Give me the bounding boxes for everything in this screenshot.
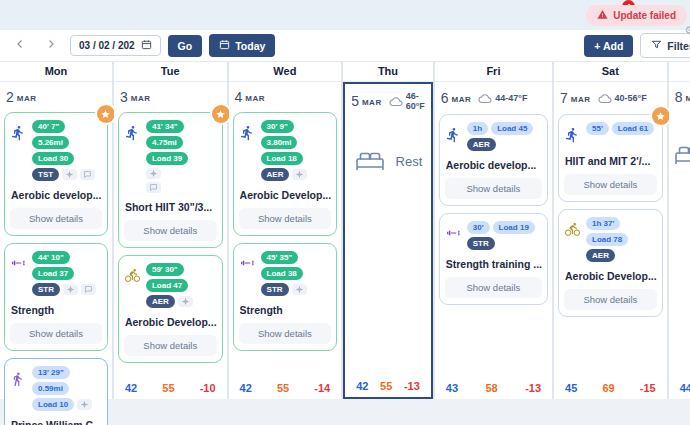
- run-icon: [10, 120, 28, 145]
- date-label: 6MAR44-47°F: [439, 85, 548, 114]
- workout-card[interactable]: 13' 29"0.59miLoad 10Prince William C...: [4, 358, 108, 425]
- show-details-button[interactable]: Show details: [10, 208, 102, 229]
- day-column-fri: 6MAR44-47°F1hLoad 45AERAerobic develop..…: [435, 82, 552, 399]
- workout-card[interactable]: 40' 7"5.26miLoad 30TSTAerobic develop...…: [4, 112, 108, 236]
- workout-card[interactable]: 30'Load 19STRStrength training ...Show d…: [439, 213, 548, 305]
- run-icon: [239, 120, 257, 145]
- topbar: 4 Update failed ⚙: [0, 0, 690, 30]
- card-header: 13' 29"0.59miLoad 10: [10, 366, 102, 411]
- chevron-left-icon: [14, 38, 26, 53]
- badge: 59' 30": [146, 263, 184, 276]
- sparkle-icon: [77, 399, 92, 410]
- show-details-button[interactable]: Show details: [239, 208, 332, 229]
- badge-list: 41' 34"4.75miLoad 39: [146, 120, 188, 193]
- summary-value: 43: [446, 382, 458, 394]
- badge: Load 61: [612, 122, 654, 135]
- bike-icon: [124, 263, 142, 287]
- badge-list: 1hLoad 45AER: [467, 122, 542, 151]
- workout-card[interactable]: 41' 34"4.75miLoad 39Short HIIT 30"/3...S…: [118, 112, 223, 248]
- go-button[interactable]: Go: [168, 35, 203, 57]
- workout-title: HIIT and MIT 2'/...: [565, 155, 657, 167]
- card-header: 44' 10"Load 37STR: [10, 251, 102, 296]
- date-month: MAR: [245, 92, 265, 103]
- show-details-button[interactable]: Show details: [564, 289, 657, 310]
- cloud-icon: [478, 89, 492, 107]
- alert-label: Update failed: [613, 10, 676, 21]
- date-number: 7: [560, 90, 568, 106]
- summary-row: 4459-24: [673, 382, 690, 399]
- workout-card[interactable]: 44' 10"Load 37STRStrengthShow details: [4, 243, 108, 351]
- day-column-sat: 7MAR40-56°F55'Load 61HIIT and MIT 2'/...…: [554, 82, 667, 399]
- day-column-sun: 8MARRest4459-24: [669, 82, 690, 399]
- cloud-icon: [389, 92, 403, 110]
- show-details-button[interactable]: Show details: [10, 323, 102, 344]
- card-header: 30'Load 19STR: [445, 221, 542, 250]
- show-details-button[interactable]: Show details: [239, 323, 332, 344]
- badge: Load 10: [32, 398, 74, 411]
- star-badge: [652, 107, 670, 125]
- badge: AER: [467, 138, 496, 151]
- card-header: 1hLoad 45AER: [445, 122, 542, 151]
- date-label: 3MAR: [118, 85, 223, 112]
- workout-title: Short HIIT 30"/3...: [125, 201, 217, 213]
- rest-card[interactable]: Rest: [673, 142, 690, 169]
- badge: 5.26mi: [32, 136, 69, 149]
- badge: 41' 34": [146, 120, 184, 133]
- date-month: MAR: [131, 92, 151, 103]
- star-badge: [97, 105, 115, 123]
- summary-value: -15: [640, 382, 656, 394]
- filter-button[interactable]: Filter: [640, 33, 690, 58]
- badge: TST: [32, 168, 59, 181]
- badge: 3.80mi: [261, 136, 298, 149]
- badge: Load 78: [586, 233, 628, 246]
- workout-card[interactable]: 1h 37'Load 78AERAerobic Develop...Show d…: [558, 209, 663, 317]
- update-failed-alert[interactable]: Update failed: [586, 5, 687, 26]
- date-month: MAR: [685, 92, 690, 103]
- sparkle-icon: [292, 284, 307, 295]
- badge-list: 13' 29"0.59miLoad 10: [32, 366, 102, 411]
- gear-icon[interactable]: ⚙: [684, 24, 690, 37]
- show-details-button[interactable]: Show details: [445, 178, 542, 199]
- prev-button[interactable]: [8, 36, 32, 55]
- workout-title: Aerobic develop...: [446, 159, 542, 171]
- cloud-icon: [598, 89, 612, 107]
- today-button[interactable]: Today: [209, 34, 275, 57]
- summary-value: -14: [314, 382, 330, 394]
- card-header: 30' 9"3.80miLoad 18AER: [239, 120, 332, 181]
- workout-card[interactable]: 59' 30"Load 47AERAerobic Develop...Show …: [118, 255, 223, 363]
- date-label: 5MAR46-60°F: [349, 87, 427, 118]
- date-month: MAR: [362, 96, 382, 107]
- summary-value: 55: [380, 380, 392, 392]
- run-icon: [564, 122, 582, 147]
- dumbbell-icon: [239, 251, 257, 274]
- badge: 0.59mi: [32, 382, 69, 395]
- show-details-button[interactable]: Show details: [124, 335, 217, 356]
- sparkle-icon: [178, 296, 193, 307]
- add-button[interactable]: + Add: [584, 35, 633, 57]
- show-details-button[interactable]: Show details: [124, 220, 217, 241]
- badge: STR: [32, 283, 60, 296]
- badge: AER: [261, 168, 290, 181]
- date-value: 03 / 02 / 202: [79, 40, 135, 51]
- badge: AER: [586, 249, 615, 262]
- date-number: 3: [120, 89, 128, 105]
- date-month: MAR: [452, 93, 472, 104]
- workout-card[interactable]: 45' 35"Load 38STRStrengthShow details: [233, 243, 338, 351]
- date-label: 4MAR: [233, 85, 338, 112]
- workout-card[interactable]: 1hLoad 45AERAerobic develop...Show detai…: [439, 114, 548, 206]
- date-label: 7MAR40-56°F: [558, 85, 663, 114]
- badge-list: 44' 10"Load 37STR: [32, 251, 102, 296]
- workout-card[interactable]: 30' 9"3.80miLoad 18AERAerobic Develop...…: [233, 112, 338, 236]
- show-details-button[interactable]: Show details: [445, 277, 542, 298]
- badge: STR: [467, 237, 495, 250]
- workout-card[interactable]: 55'Load 61HIIT and MIT 2'/...Show detail…: [558, 114, 663, 202]
- day-column-thu: 5MAR46-60°FRest4255-13: [343, 82, 433, 399]
- date-number: 4: [235, 89, 243, 105]
- card-header: 45' 35"Load 38STR: [239, 251, 332, 296]
- date-input[interactable]: 03 / 02 / 202: [70, 35, 161, 56]
- rest-card[interactable]: Rest: [349, 148, 427, 175]
- show-details-button[interactable]: Show details: [564, 174, 657, 195]
- badge: Load 19: [493, 221, 535, 234]
- next-button[interactable]: [39, 36, 63, 55]
- badge: 30': [467, 221, 490, 234]
